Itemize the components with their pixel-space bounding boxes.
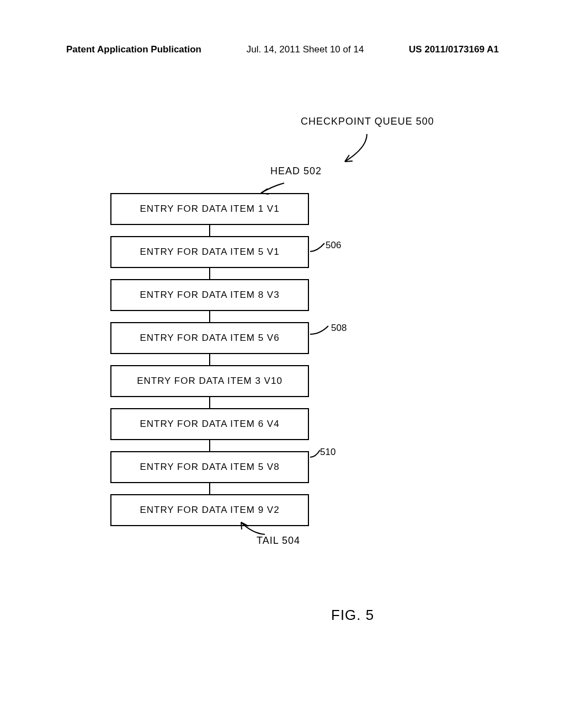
queue-entry: ENTRY FOR DATA ITEM 5 V8 [110,451,309,483]
connector [209,268,210,279]
ref-506: 506 [326,240,341,251]
queue-entry: ENTRY FOR DATA ITEM 8 V3 [110,279,309,311]
ref-508: 508 [331,323,347,334]
head-label: HEAD 502 [270,165,322,177]
queue-title-arrow [339,131,383,170]
connector [209,483,210,494]
figure-label: FIG. 5 [331,607,374,624]
queue-entry: ENTRY FOR DATA ITEM 5 V1 [110,236,309,268]
queue-entry: ENTRY FOR DATA ITEM 1 V1 [110,193,309,225]
connector [209,354,210,365]
queue-entry: ENTRY FOR DATA ITEM 9 V2 [110,494,309,526]
ref-curve-508 [309,323,334,340]
connector [209,397,210,408]
connector [209,311,210,322]
queue-entry: ENTRY FOR DATA ITEM 6 V4 [110,408,309,440]
connector [209,440,210,451]
queue-entry: ENTRY FOR DATA ITEM 5 V6 [110,322,309,354]
queue-list: ENTRY FOR DATA ITEM 1 V1 ENTRY FOR DATA … [110,193,309,526]
header-left: Patent Application Publication [66,44,201,55]
queue-entry: ENTRY FOR DATA ITEM 3 V10 [110,365,309,397]
ref-510: 510 [320,447,335,458]
header-center: Jul. 14, 2011 Sheet 10 of 14 [247,44,364,55]
tail-label: TAIL 504 [257,535,300,547]
connector [209,225,210,236]
queue-title: CHECKPOINT QUEUE 500 [301,116,434,127]
header-right: US 2011/0173169 A1 [409,44,499,55]
page-header: Patent Application Publication Jul. 14, … [0,0,565,61]
